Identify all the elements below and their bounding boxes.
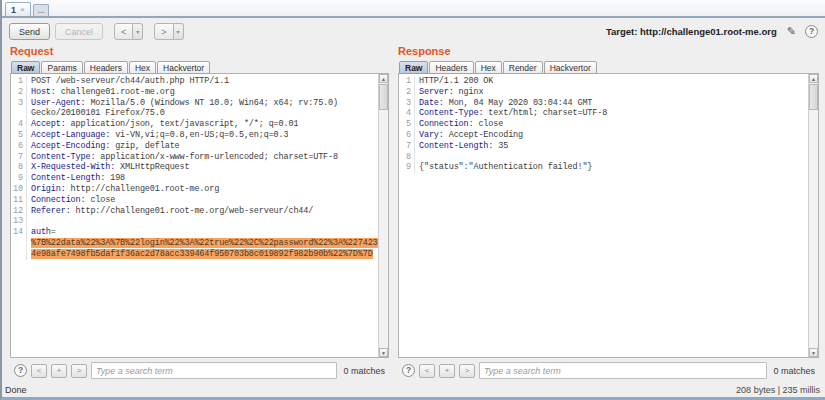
response-tab-render[interactable]: Render: [503, 61, 543, 74]
response-editor-scrollbar[interactable]: ▲ ▼: [808, 74, 818, 357]
request-editor-line: 13: [11, 216, 378, 227]
next-request-dropdown-icon[interactable]: ▾: [174, 23, 184, 40]
request-tab-headers[interactable]: Headers: [84, 61, 128, 74]
request-editor-line: 1POST /web-serveur/ch44/auth.php HTTP/1.…: [11, 76, 378, 87]
request-editor-line: 4e98afe7498fb5daf1f36ac2d78acc339464f950…: [11, 249, 378, 260]
repeater-main-split: Request RawParamsHeadersHexHackvertor 1P…: [2, 45, 825, 383]
response-editor-line: 1HTTP/1.1 200 OK: [399, 76, 808, 87]
response-panel-title: Response: [398, 45, 819, 60]
help-icon[interactable]: ?: [805, 25, 818, 38]
request-editor-line: 11Connection: close: [11, 195, 378, 206]
repeater-tab-1-label: 1: [11, 5, 16, 15]
scroll-up-icon[interactable]: ▲: [379, 74, 388, 83]
help-icon[interactable]: ?: [402, 364, 415, 377]
edit-target-pencil-icon[interactable]: ✎: [787, 25, 796, 38]
request-editor-line: 3User-Agent: Mozilla/5.0 (Windows NT 10.…: [11, 98, 378, 109]
prev-request-dropdown-icon[interactable]: ▾: [133, 23, 143, 40]
request-editor-line: 14auth=: [11, 227, 378, 238]
request-tab-hex[interactable]: Hex: [129, 61, 156, 74]
new-tab-button[interactable]: ...: [33, 4, 50, 16]
response-tab-hackvertor[interactable]: Hackvertor: [544, 61, 597, 74]
response-editor-line: 3Date: Mon, 04 May 2020 03:04:44 GMT: [399, 98, 808, 109]
response-editor-line: 9{"status":"Authentication failed!"}: [399, 162, 808, 173]
search-next-button[interactable]: >: [71, 364, 87, 378]
prev-request-button[interactable]: <: [114, 23, 133, 40]
scroll-up-icon[interactable]: ▲: [809, 74, 818, 83]
search-next-button[interactable]: >: [459, 364, 475, 378]
status-text: Done: [5, 385, 27, 395]
request-search-matches: 0 matches: [341, 366, 387, 376]
response-tab-raw[interactable]: Raw: [399, 61, 428, 74]
response-editor-line: 5Connection: close: [399, 119, 808, 130]
response-editor-line: 6Vary: Accept-Encoding: [399, 130, 808, 141]
request-tab-params[interactable]: Params: [41, 61, 82, 74]
response-tab-headers[interactable]: Headers: [429, 61, 473, 74]
request-editor-line: 10Origin: http://challenge01.root-me.org: [11, 184, 378, 195]
repeater-toolbar: Send Cancel < ▾ > ▾ Target: http://chall…: [2, 18, 825, 45]
request-editor-line: 2Host: challenge01.root-me.org: [11, 87, 378, 98]
request-editor-line: 7Content-Type: application/x-www-form-ur…: [11, 152, 378, 163]
response-editor[interactable]: 1HTTP/1.1 200 OK2Server: nginx3Date: Mon…: [398, 73, 819, 358]
response-editor-line: 7Content-Length: 35: [399, 141, 808, 152]
next-request-button[interactable]: >: [154, 23, 173, 40]
request-editor-line: 5Accept-Language: vi-VN,vi;q=0.8,en-US;q…: [11, 130, 378, 141]
request-tab-raw[interactable]: Raw: [11, 61, 40, 74]
scroll-down-icon[interactable]: ▼: [379, 348, 388, 357]
close-icon[interactable]: ×: [20, 6, 25, 14]
repeater-tab-bar: 1 × ...: [2, 0, 825, 18]
prev-request-split-button: < ▾: [114, 23, 143, 40]
status-bar: Done 208 bytes | 235 millis: [2, 383, 825, 397]
request-editor-line: %7B%22data%22%3A%7B%22login%22%3A%22true…: [11, 238, 378, 249]
request-panel: Request RawParamsHeadersHexHackvertor 1P…: [10, 45, 389, 383]
response-search-input[interactable]: [479, 362, 767, 379]
request-editor-scrollbar[interactable]: ▲ ▼: [378, 74, 388, 357]
request-search-input[interactable]: [91, 362, 337, 379]
send-button[interactable]: Send: [9, 23, 50, 40]
search-options-button[interactable]: +: [439, 364, 455, 378]
burp-repeater-window: 1 × ... Send Cancel < ▾ > ▾ Target: http…: [0, 0, 825, 400]
request-editor-tabs: RawParamsHeadersHexHackvertor: [10, 60, 389, 74]
scroll-down-icon[interactable]: ▼: [809, 348, 818, 357]
response-editor-content[interactable]: 1HTTP/1.1 200 OK2Server: nginx3Date: Mon…: [399, 74, 808, 357]
response-editor-line: 4Content-Type: text/html; charset=UTF-8: [399, 108, 808, 119]
response-editor-tabs: RawHeadersHexRenderHackvertor: [398, 60, 819, 74]
next-request-split-button: > ▾: [154, 23, 183, 40]
request-editor-line: 9Content-Length: 198: [11, 173, 378, 184]
response-panel: Response RawHeadersHexRenderHackvertor 1…: [398, 45, 819, 383]
scrollbar-thumb[interactable]: [379, 84, 388, 110]
request-panel-title: Request: [10, 45, 389, 60]
request-editor[interactable]: 1POST /web-serveur/ch44/auth.php HTTP/1.…: [10, 73, 389, 358]
target-url-label: Target: http://challenge01.root-me.org: [606, 26, 777, 37]
response-editor-line: 2Server: nginx: [399, 87, 808, 98]
request-editor-line: 8X-Requested-With: XMLHttpRequest: [11, 162, 378, 173]
search-options-button[interactable]: +: [51, 364, 67, 378]
repeater-tab-1[interactable]: 1 ×: [5, 2, 31, 16]
request-editor-line: Gecko/20100101 Firefox/75.0: [11, 108, 378, 119]
request-editor-line: 6Accept-Encoding: gzip, deflate: [11, 141, 378, 152]
response-search-matches: 0 matches: [771, 366, 817, 376]
response-editor-line: 8: [399, 152, 808, 163]
response-timing-text: 208 bytes | 235 millis: [736, 385, 820, 395]
request-tab-hackvertor[interactable]: Hackvertor: [157, 61, 210, 74]
response-search-bar: ? < + > 0 matches: [398, 358, 819, 383]
help-icon[interactable]: ?: [14, 364, 27, 377]
request-editor-content[interactable]: 1POST /web-serveur/ch44/auth.php HTTP/1.…: [11, 74, 378, 357]
scrollbar-thumb[interactable]: [809, 84, 818, 110]
request-editor-line: 4Accept: application/json, text/javascri…: [11, 119, 378, 130]
request-search-bar: ? < + > 0 matches: [10, 358, 389, 383]
search-prev-button[interactable]: <: [31, 364, 47, 378]
request-editor-line: 12Referer: http://challenge01.root-me.or…: [11, 206, 378, 217]
search-prev-button[interactable]: <: [419, 364, 435, 378]
cancel-button[interactable]: Cancel: [55, 23, 103, 40]
response-tab-hex[interactable]: Hex: [475, 61, 502, 74]
